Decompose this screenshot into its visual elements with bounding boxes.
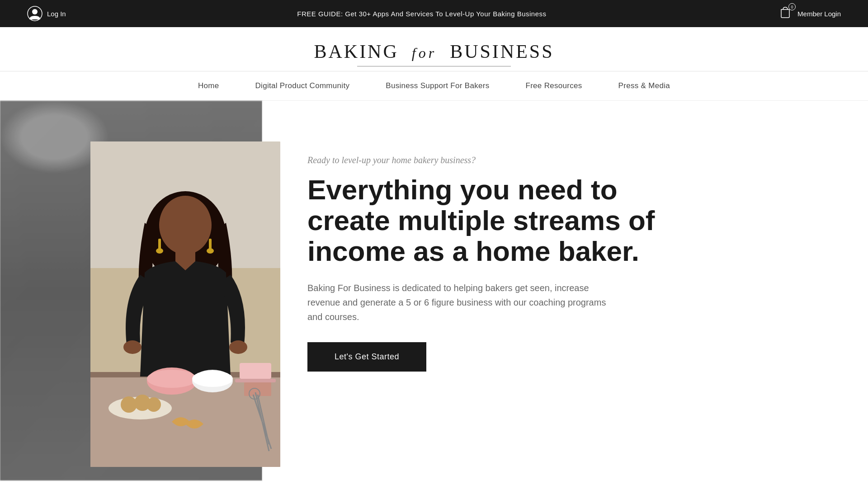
member-login-label: Member Login [797,10,841,18]
title-underline [357,66,511,66]
svg-point-9 [159,196,212,254]
svg-point-18 [147,370,197,388]
user-icon [27,6,42,21]
svg-rect-22 [235,379,276,382]
member-login-button[interactable]: 0 Member Login [778,5,841,22]
nav-item-free-resources[interactable]: Free Resources [525,81,582,90]
hero-content: Ready to level-up your home bakery busin… [307,155,660,372]
hero-subtitle: Ready to level-up your home bakery busin… [307,155,660,165]
svg-rect-21 [240,363,271,379]
site-header: BAKING for BUSINESS [0,27,868,71]
svg-point-16 [207,248,214,254]
cart-count: 0 [788,3,796,10]
site-title: BAKING for BUSINESS [0,41,868,62]
hero-image [90,141,280,467]
svg-point-20 [192,371,233,387]
hero-headline: Everything you need to create multiple s… [307,174,660,267]
nav-item-home[interactable]: Home [198,81,219,90]
cta-button[interactable]: Let's Get Started [307,342,426,372]
svg-point-11 [123,340,142,354]
hero-body: Baking For Business is dedicated to help… [307,281,615,324]
nav-item-digital-product-community[interactable]: Digital Product Community [255,81,350,90]
svg-point-12 [229,340,247,354]
promo-banner: FREE GUIDE: Get 30+ Apps And Services To… [66,10,778,18]
top-bar: Log In FREE GUIDE: Get 30+ Apps And Serv… [0,0,868,27]
login-label: Log In [47,10,66,18]
svg-point-27 [146,397,161,412]
cart-icon-wrap: 0 [778,5,793,22]
main-nav: Home Digital Product Community Business … [0,71,868,101]
hero-section: Ready to level-up your home bakery busin… [0,101,868,480]
nav-item-press-media[interactable]: Press & Media [618,81,670,90]
nav-item-business-support[interactable]: Business Support For Bakers [386,81,489,90]
svg-point-1 [32,9,38,14]
svg-point-14 [156,248,163,254]
hero-person-svg [90,141,280,467]
login-button[interactable]: Log In [27,6,66,21]
